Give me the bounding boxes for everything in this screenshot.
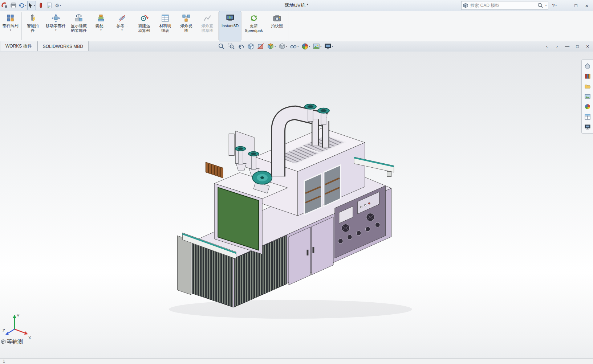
3d-drawing-view-button[interactable] [247, 42, 255, 50]
view-orientation-label: 等轴测 [1, 338, 23, 345]
instant3d-icon [226, 13, 235, 24]
x-axis-arrow [24, 331, 28, 335]
hide-show-items-button[interactable]: ▾ [289, 42, 300, 50]
next-document-button[interactable]: › [553, 43, 561, 50]
y-axis-label: Y [17, 314, 20, 318]
display-style-button[interactable]: ▾ [278, 42, 288, 50]
select-tool-button[interactable]: ▾ [27, 1, 36, 10]
dropdown-arrow-icon[interactable]: ▾ [10, 29, 11, 32]
file-explorer-button[interactable] [582, 81, 593, 91]
quick-access-toolbar: ▾ ▾ ⚙ ▾ [0, 1, 62, 10]
help-label: ? [552, 3, 555, 8]
ribbon-button-label: 部件阵列 [3, 24, 19, 28]
cube-icon [463, 3, 468, 8]
heads-up-view-toolbar: ▾ ▾ ▾ ▾ ▾ ▾ [217, 42, 334, 51]
previous-document-button[interactable]: ‹ [543, 43, 551, 50]
document-minimize-button[interactable]: — [563, 43, 571, 50]
dropdown-arrow-icon[interactable]: ▾ [60, 4, 61, 7]
tab-solidworks-addins[interactable]: WORKS 插件 [0, 41, 37, 51]
cad-model-search[interactable]: 搜索 CAD 模型 ▾ [461, 1, 548, 10]
ribbon-button-smart-fasteners[interactable]: 智能扣件 [22, 11, 43, 41]
design-library-button[interactable] [582, 71, 593, 81]
document-window-controls: ‹ › — □ × [543, 42, 592, 51]
show-hidden-components-icon [74, 13, 83, 24]
view-settings-button[interactable]: ▾ [324, 42, 334, 50]
ribbon-button-instant3d[interactable]: Instant3D [219, 11, 241, 41]
edit-appearance-button[interactable]: ▾ [301, 42, 311, 50]
help-button[interactable]: ? ▾ [550, 3, 559, 8]
appearances-scenes-button[interactable] [582, 102, 593, 112]
dropdown-arrow-icon[interactable]: ▾ [275, 45, 276, 48]
section-view-button[interactable] [256, 42, 265, 50]
smart-fasteners-icon [28, 13, 37, 24]
document-close-button[interactable]: × [584, 43, 592, 50]
dropdown-arrow-icon[interactable]: ▾ [286, 45, 288, 48]
previous-view-button[interactable] [237, 42, 245, 50]
ribbon-button-update-speedpak[interactable]: 更新Speedpak [242, 11, 265, 41]
view-orientation-button[interactable]: ▾ [266, 42, 277, 50]
edit-appearance-icon [301, 43, 309, 50]
search-icon[interactable] [537, 3, 543, 8]
dropdown-arrow-icon[interactable]: ▾ [34, 4, 35, 7]
print-button[interactable] [9, 1, 17, 10]
dropdown-arrow-icon[interactable]: ▾ [332, 45, 333, 48]
zoom-fit-button[interactable] [217, 42, 226, 50]
ribbon-button-move-component[interactable]: 移动零部件 ▾ [43, 11, 68, 41]
ribbon-separator [218, 12, 219, 40]
dropdown-arrow-icon[interactable]: ▾ [320, 45, 322, 48]
dropdown-arrow-icon[interactable]: ▾ [555, 4, 557, 7]
z-axis-label: Z [3, 328, 5, 333]
ribbon-button-show-hidden-components[interactable]: 显示隐藏的零部件 [68, 11, 89, 41]
tab-solidworks-mbd[interactable]: SOLIDWORKS MBD [37, 41, 89, 51]
isometric-cube-icon [1, 339, 5, 344]
ribbon-button-label: 爆炸视 [180, 24, 192, 28]
view-palette-button[interactable] [582, 91, 593, 102]
inspection-window[interactable] [324, 165, 341, 206]
ribbon-button-bill-of-materials[interactable]: 材料明细表 [155, 11, 176, 41]
ribbon-toolbar: 部件阵列 ▾ 智能扣件 移动零部件 ▾ 显示隐藏的零部件 装配... ▾ 参考. [0, 11, 593, 42]
assembly-features-icon [97, 13, 105, 24]
close-button[interactable]: × [582, 1, 592, 9]
cooling-fan [366, 213, 374, 221]
maximize-button[interactable]: □ [571, 1, 581, 9]
zoom-to-area-button[interactable] [227, 42, 236, 50]
dropdown-arrow-icon[interactable]: ▾ [55, 29, 57, 32]
tab-label: SOLIDWORKS MBD [43, 44, 83, 49]
graphics-viewport[interactable]: X Y Z 等轴测 [0, 52, 593, 358]
dropdown-arrow-icon[interactable]: ▾ [545, 4, 547, 7]
options-gear-button[interactable]: ⚙ ▾ [54, 1, 62, 10]
document-restore-button[interactable]: □ [573, 43, 581, 50]
ribbon-button-reference-geometry[interactable]: 参考... ▾ [111, 11, 133, 41]
document-preview-button[interactable] [582, 122, 593, 132]
ribbon-button-component-pattern[interactable]: 部件阵列 ▾ [0, 11, 21, 41]
design-report-button[interactable] [45, 1, 53, 10]
ribbon-button-label: 图 [184, 28, 188, 33]
ribbon-button-label: 件 [31, 28, 35, 33]
dropdown-arrow-icon[interactable]: ▾ [309, 45, 310, 48]
custom-properties-button[interactable] [582, 112, 593, 122]
undo-button[interactable]: ▾ [18, 1, 27, 10]
task-pane-strip [581, 60, 593, 134]
ribbon-button-assembly-features[interactable]: 装配... ▾ [90, 11, 111, 41]
ribbon-button-exploded-view[interactable]: 爆炸视图 [176, 11, 197, 41]
model-3d-uv-machine[interactable] [0, 52, 593, 358]
dropdown-arrow-icon[interactable]: ▾ [121, 29, 123, 32]
display-style-icon [279, 43, 286, 50]
picture-icon [584, 93, 591, 100]
dropdown-arrow-icon[interactable]: ▾ [297, 45, 299, 48]
ribbon-button-new-motion-study[interactable]: 新建运动算例 [134, 11, 155, 41]
solidworks-resources-button[interactable] [582, 61, 593, 71]
ribbon-button-label: 动算例 [138, 28, 150, 33]
ribbon-button-take-snapshot[interactable]: 拍快照 [267, 11, 288, 41]
apply-scene-button[interactable]: ▾ [312, 42, 322, 50]
ribbon-button-label: 的零部件 [71, 28, 87, 33]
reference-triad: X Y Z [2, 313, 33, 341]
tab-label: WORKS 插件 [5, 43, 32, 49]
dropdown-arrow-icon[interactable]: ▾ [25, 4, 27, 7]
command-tab-row: WORKS 插件 SOLIDWORKS MBD ▾ ▾ ▾ [0, 41, 593, 52]
style-pin-icon[interactable] [37, 1, 45, 10]
status-left-text: 1 [3, 359, 5, 363]
inspection-window[interactable] [304, 173, 322, 215]
minimize-button[interactable]: — [560, 1, 570, 9]
dropdown-arrow-icon[interactable]: ▾ [100, 29, 102, 32]
